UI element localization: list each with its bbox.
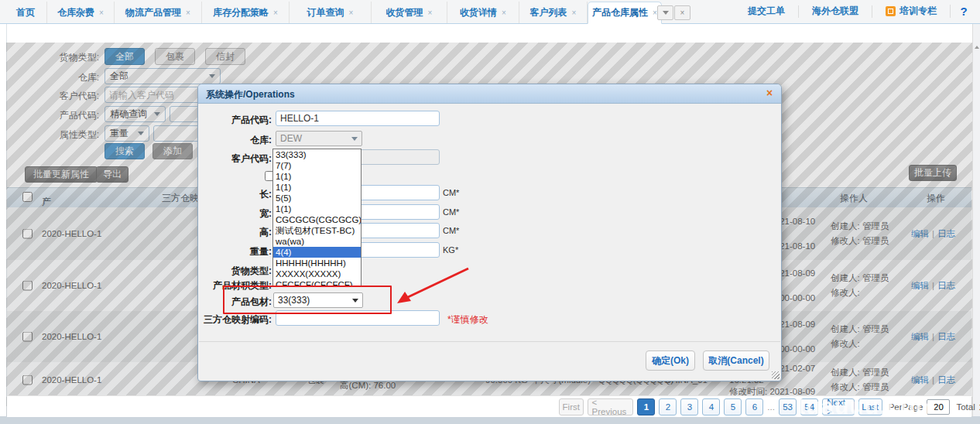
caution-hint: *谨慎修改 xyxy=(447,313,488,327)
chevron-down-icon xyxy=(351,137,358,141)
tab-label: 物流产品管理 xyxy=(125,6,181,19)
watermark: tuauuu.com xyxy=(797,393,937,419)
total-label: Total xyxy=(956,402,975,412)
highlight-box-annotation xyxy=(223,286,392,314)
tab-label: 收货详情 xyxy=(460,6,497,19)
tab-stock-allocation[interactable]: 库存分配策略 × xyxy=(202,2,290,23)
overseas-alliance-link[interactable]: 海外仓联盟 xyxy=(798,5,872,18)
selected-value: DEW xyxy=(280,133,302,144)
dropdown-option[interactable]: 7(7) xyxy=(273,160,361,171)
mapping-code-label: 三方仓映射编码: xyxy=(194,313,272,327)
resize-handle[interactable] xyxy=(772,371,780,379)
chevron-down-icon xyxy=(663,11,669,15)
dropdown-option[interactable]: 测试包材(TEST-BC) xyxy=(273,225,361,236)
tab-close-icon[interactable]: × xyxy=(186,9,190,17)
tab-bar: 首页 仓库杂费 × 物流产品管理 × 库存分配策略 × 订单查询 × 收货管理 … xyxy=(0,0,980,24)
dialog-title: 系统操作/Operations xyxy=(206,88,295,101)
weight-unit: KG* xyxy=(443,245,458,255)
tab-receiving-details[interactable]: 收货详情 × xyxy=(447,2,519,23)
tab-logistics-products[interactable]: 物流产品管理 × xyxy=(115,2,202,23)
tab-close-icon[interactable]: × xyxy=(502,9,506,17)
help-button[interactable]: ? xyxy=(950,5,977,18)
tab-label: 产品仓库属性 xyxy=(592,6,648,19)
link-label: 提交工单 xyxy=(748,5,785,18)
dropdown-option[interactable]: 33(333) xyxy=(273,149,361,160)
arrow-annotation xyxy=(391,262,476,308)
pagination-first-button[interactable]: First xyxy=(559,398,584,415)
dropdown-option[interactable]: XXXXX(XXXXX) xyxy=(273,268,361,279)
dropdown-option[interactable]: 1(1) xyxy=(273,203,361,214)
height-unit: CM* xyxy=(443,226,459,235)
footer-divider xyxy=(199,341,780,342)
tab-strip: 首页 仓库杂费 × 物流产品管理 × 库存分配策略 × 订单查询 × 收货管理 … xyxy=(5,2,662,23)
length-unit: CM* xyxy=(443,188,459,197)
pagination-page-53[interactable]: 53 xyxy=(779,398,797,415)
length-label: 长: xyxy=(194,188,272,201)
tab-close-icon[interactable]: × xyxy=(572,9,577,17)
pagination-page-4[interactable]: 4 xyxy=(702,398,720,415)
pagination-ellipsis: ... xyxy=(767,402,775,412)
pagination-page-5[interactable]: 5 xyxy=(724,398,742,415)
tab-label: 客户列表 xyxy=(530,6,567,19)
dropdown-option[interactable]: CGCGCG(CGCGCG) xyxy=(273,214,361,225)
tab-label: 首页 xyxy=(16,6,35,19)
dropdown-option[interactable]: 1(1) xyxy=(273,182,361,193)
chevron-up-icon xyxy=(975,46,979,49)
tab-close-icon[interactable]: × xyxy=(99,9,104,17)
training-column-link[interactable]: 培训专栏 xyxy=(872,5,950,18)
warehouse-label: 仓库: xyxy=(194,134,272,147)
tab-close-icon[interactable]: × xyxy=(273,9,278,17)
tab-overflow-dropdown-button[interactable] xyxy=(657,5,673,20)
ok-button[interactable]: 确定(Ok) xyxy=(646,350,695,371)
pagination-page-2[interactable]: 2 xyxy=(659,398,677,415)
pagination-page-3[interactable]: 3 xyxy=(680,398,698,415)
packing-dropdown-list: 33(333) 7(7) 1(1) 1(1) 5(5) 1(1) CGCGCG(… xyxy=(272,149,362,286)
customer-code-label: 客户代码: xyxy=(194,152,272,166)
tab-close-icon[interactable]: × xyxy=(349,9,354,17)
tab-order-query[interactable]: 订单查询 × xyxy=(290,2,372,23)
tab-customer-list[interactable]: 客户列表 × xyxy=(519,2,588,23)
tab-close-all-button[interactable]: × xyxy=(674,5,690,20)
cargo-type-label: 货物类型: xyxy=(194,265,272,278)
dropdown-option[interactable]: wa(wa) xyxy=(273,236,361,247)
weight-label: 重量: xyxy=(194,245,272,258)
warehouse-select[interactable]: DEW xyxy=(276,131,362,146)
pagination-page-6[interactable]: 6 xyxy=(745,398,763,415)
tab-label: 收货管理 xyxy=(386,6,423,19)
dropdown-option-selected[interactable]: 4(4) xyxy=(273,247,361,258)
dialog-header[interactable]: 系统操作/Operations × xyxy=(198,84,781,104)
submit-ticket-link[interactable]: 提交工单 xyxy=(735,5,798,18)
tab-label: 库存分配策略 xyxy=(213,6,269,19)
training-icon xyxy=(886,6,896,16)
topbar-links: 提交工单 海外仓联盟 培训专栏 ? xyxy=(735,0,977,22)
tab-close-icon[interactable]: × xyxy=(428,9,433,17)
width-unit: CM* xyxy=(443,207,459,217)
product-code-label: 产品代码: xyxy=(194,114,272,127)
dropdown-option[interactable]: 5(5) xyxy=(273,193,361,203)
app-window: 首页 仓库杂费 × 物流产品管理 × 库存分配策略 × 订单查询 × 收货管理 … xyxy=(0,0,980,424)
tab-warehouse-fees[interactable]: 仓库杂费 × xyxy=(47,2,115,23)
tab-home[interactable]: 首页 xyxy=(5,2,47,23)
tab-label: 仓库杂费 xyxy=(57,6,94,19)
dialog-close-icon[interactable]: × xyxy=(763,87,776,99)
dropdown-option[interactable]: HHHHH(HHHHH) xyxy=(273,258,361,268)
tab-receiving-management[interactable]: 收货管理 × xyxy=(372,2,447,23)
tab-product-warehouse-attrs[interactable]: 产品仓库属性 × xyxy=(588,2,662,24)
dropdown-option[interactable]: 1(1) xyxy=(273,171,361,182)
scroll-up-button[interactable] xyxy=(974,43,980,52)
pagination-page-1[interactable]: 1 xyxy=(637,398,655,415)
link-label: 海外仓联盟 xyxy=(812,5,858,18)
pagination-previous-button[interactable]: < Previous xyxy=(588,398,634,415)
width-label: 宽: xyxy=(194,207,272,221)
link-label: 培训专栏 xyxy=(899,5,937,18)
tab-label: 订单查询 xyxy=(307,6,344,19)
height-label: 高: xyxy=(194,226,272,239)
product-code-input[interactable] xyxy=(276,111,440,126)
close-icon: × xyxy=(680,9,685,17)
cancel-button[interactable]: 取消(Cancel) xyxy=(703,350,769,371)
vertical-scrollbar[interactable] xyxy=(972,24,980,416)
